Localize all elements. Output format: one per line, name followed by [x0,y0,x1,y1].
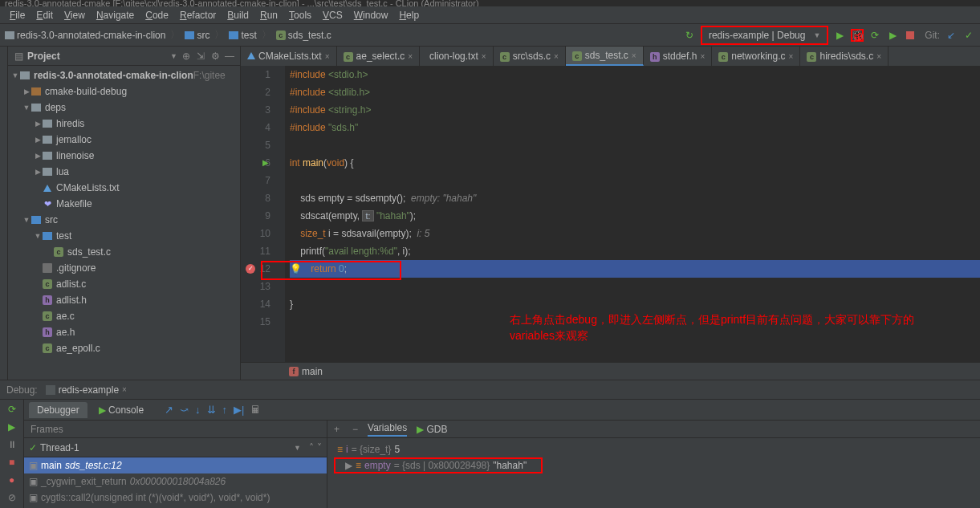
debugger-tab[interactable]: Debugger [29,402,87,418]
run-to-cursor-icon[interactable]: ▶| [234,404,244,416]
menu-edit[interactable]: Edit [31,8,58,22]
debug-session-tab[interactable]: redis-example × [46,384,127,396]
menu-build[interactable]: Build [222,8,254,22]
frame-row[interactable]: ▣ cygtls::call2(unsigned int (*)(void*, … [24,490,327,506]
variable-row[interactable]: ≡ i = {size_t} 5 [334,441,974,457]
code-line[interactable]: sds empty = sdsempty(); empty: "hahah" [290,189,980,207]
code-line[interactable]: #include <string.h> [290,101,980,119]
step-out-icon[interactable]: ↑ [222,404,228,416]
debug-button[interactable]: 🐞 [851,29,864,42]
menu-navigate[interactable]: Navigate [91,8,139,22]
editor-tab[interactable]: cae_select.c× [337,47,421,66]
close-icon[interactable]: × [325,52,330,61]
frame-row[interactable]: ▣ main sds_test.c:12 [24,457,327,473]
show-execution-icon[interactable]: ↗ [165,404,173,416]
variables-list[interactable]: ≡ i = {size_t} 5▶ ≡ empty = {sds | 0x800… [327,438,980,508]
code-line[interactable]: printf("avail length:%d", i); [290,242,980,260]
tree-item[interactable]: ▶jemalloc [8,132,240,148]
remove-watch-icon[interactable]: − [352,424,358,435]
scroll-from-source-icon[interactable]: ⊕ [181,51,192,62]
close-icon[interactable]: × [122,385,127,394]
breadcrumb-item[interactable]: csds_test.c [276,30,331,41]
frames-list[interactable]: ▣ main sds_test.c:12▣ _cygwin_exit_retur… [24,457,327,508]
tree-item[interactable]: ▼src [8,212,240,228]
project-view-icon[interactable]: ▤ [13,51,24,62]
hide-icon[interactable]: — [224,51,235,62]
view-breakpoints-icon[interactable]: ● [6,473,18,486]
attach-button[interactable]: ▶ [886,29,899,42]
menu-help[interactable]: Help [394,8,424,22]
variables-tab[interactable]: Variables [368,422,407,437]
stop-icon[interactable]: ■ [6,456,18,469]
editor-tab[interactable]: CMakeLists.txt× [241,47,337,66]
tree-root[interactable]: ▼redis-3.0-annotated-cmake-in-clion F:\g… [8,67,240,83]
tree-item[interactable]: cadlist.c [8,276,240,292]
breadcrumb-item[interactable]: test [229,30,256,41]
mute-breakpoints-icon[interactable]: ⊘ [6,491,18,504]
menu-tools[interactable]: Tools [284,8,316,22]
rerun-icon[interactable]: ⟳ [6,403,18,416]
tree-item[interactable]: ▼deps [8,100,240,116]
editor-tab[interactable]: clion-log.txt× [420,47,494,66]
frame-row[interactable]: ▣ _cygwin_exit_return 0x000000018004a826 [24,473,327,490]
project-tree[interactable]: ▼redis-3.0-annotated-cmake-in-clion F:\g… [8,66,240,380]
code-line[interactable] [290,278,980,295]
chevron-down-icon[interactable]: ▼ [170,52,177,60]
stop-button[interactable] [904,29,917,42]
close-icon[interactable]: × [789,52,794,61]
tree-item[interactable]: ▶linenoise [8,148,240,164]
close-icon[interactable]: × [408,52,413,61]
editor-content[interactable]: 123456▶7891011✓12131415 右上角点击debug，即进入左侧… [241,66,980,362]
code-line[interactable]: int main(void) { [290,154,980,172]
force-step-into-icon[interactable]: ⇊ [207,404,216,416]
next-frame-icon[interactable]: ˅ [317,442,322,453]
vcs-update-icon[interactable]: ↙ [945,29,958,42]
breadcrumb-item[interactable]: redis-3.0-annotated-cmake-in-clion [5,30,165,41]
console-tab[interactable]: ▶ Console [91,402,152,418]
build-icon[interactable]: ↻ [683,29,696,42]
run-button[interactable]: ▶ [833,29,846,42]
tree-item[interactable]: CMakeLists.txt [8,180,240,196]
pause-icon[interactable]: ⏸ [6,438,18,451]
code-line[interactable] [290,172,980,189]
evaluate-icon[interactable]: 🖩 [250,404,261,416]
tree-item[interactable]: ❤Makefile [8,196,240,212]
step-into-icon[interactable]: ↓ [195,404,201,416]
collapse-all-icon[interactable]: ⇲ [195,51,206,62]
menu-code[interactable]: Code [140,8,173,22]
tree-item[interactable]: ▶lua [8,164,240,180]
tree-item[interactable]: csds_test.c [8,244,240,260]
code-line[interactable]: #include "sds.h" [290,119,980,136]
close-icon[interactable]: × [876,52,881,61]
menu-view[interactable]: View [59,8,90,22]
tree-item[interactable]: cae_epoll.c [8,340,240,356]
tree-item[interactable]: hae.h [8,324,240,340]
code-line[interactable]: #include <stdio.h> [290,66,980,83]
variable-row[interactable]: ▶ ≡ empty = {sds | 0x800028498} "hahah" [334,457,543,473]
run-config-selector[interactable]: redis-example | Debug ▼ [701,26,828,45]
tree-item[interactable]: ▶hiredis [8,116,240,132]
breadcrumb-item[interactable]: src [185,30,209,41]
menu-vcs[interactable]: VCS [318,8,348,22]
menu-run[interactable]: Run [255,8,283,22]
vcs-commit-icon[interactable]: ✓ [962,29,975,42]
menu-window[interactable]: Window [349,8,393,22]
tree-item[interactable]: ▼test [8,228,240,244]
code[interactable]: 右上角点击debug，即进入左侧断点，但是printf目前有点问题，大家可以靠下… [285,66,980,362]
resume-icon[interactable]: ▶ [6,421,18,433]
close-icon[interactable]: × [700,52,705,61]
editor-tab[interactable]: cnetworking.c× [712,47,800,66]
gdb-tab[interactable]: ▶ GDB [417,424,447,435]
code-line[interactable] [290,136,980,154]
thread-selector[interactable]: ✓ Thread-1 ▼ ˄ ˅ [24,438,327,457]
code-line[interactable]: #include <stdlib.h> [290,83,980,101]
editor-tab[interactable]: csds_test.c× [566,47,644,66]
coverage-button[interactable]: ⟳ [868,29,881,42]
editor-tab[interactable]: chiredis\sds.c× [800,47,889,66]
close-icon[interactable]: × [482,52,486,61]
editor-tab[interactable]: csrc\sds.c× [494,47,566,66]
menu-refactor[interactable]: Refactor [175,8,221,22]
code-line[interactable]: size_t i = sdsavail(empty); i: 5 [290,225,980,242]
close-icon[interactable]: × [554,52,559,61]
editor-tab[interactable]: hstddef.h× [644,47,713,66]
